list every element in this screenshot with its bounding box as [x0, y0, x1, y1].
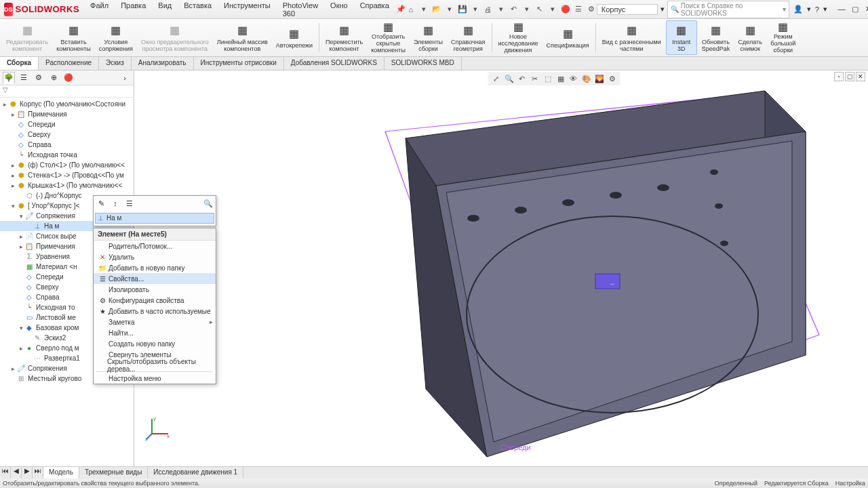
expand-icon[interactable]: ▸: [18, 345, 24, 352]
menu-Файл[interactable]: Файл: [87, 0, 111, 19]
menu-item-Найти...[interactable]: Найти...: [94, 327, 216, 338]
tree-item[interactable]: ┕Исходная точка: [0, 150, 134, 160]
menu-item-Добавить в часто используемые[interactable]: ★Добавить в часто используемые: [94, 306, 216, 317]
menu-Инструменты[interactable]: Инструменты: [221, 0, 273, 19]
menu-item-Конфигурация свойства[interactable]: ⚙Конфигурация свойства: [94, 295, 216, 306]
feature-tree-tab-icon[interactable]: 🌳: [3, 72, 15, 84]
ribbon-Переместить[interactable]: ▦Переместитькомпонент: [322, 20, 366, 55]
menu-item-Скрыть/отобразить объекты дерева...[interactable]: Скрыть/отобразить объекты дерева...: [94, 360, 216, 371]
hide-show-icon[interactable]: 👁: [568, 73, 579, 84]
tab-Эскиз[interactable]: Эскиз: [99, 57, 132, 70]
expand-icon[interactable]: ▾: [18, 213, 24, 220]
expand-icon[interactable]: ▾: [18, 325, 24, 331]
panel-expand-icon[interactable]: ›: [119, 72, 131, 84]
tab-Сборка[interactable]: Сборка: [0, 57, 39, 70]
tree-item[interactable]: ◇Сверху: [0, 129, 134, 140]
menu-Окно[interactable]: Окно: [328, 0, 351, 19]
menu-Вставка[interactable]: Вставка: [181, 0, 214, 19]
home-icon[interactable]: ⌂: [406, 4, 416, 15]
ribbon-Автокрепежи[interactable]: ▦Автокрепежи: [273, 20, 316, 55]
mt-selected-row[interactable]: ⊥ На м: [95, 213, 214, 224]
orientation-triad[interactable]: y x z: [145, 413, 172, 441]
expand-icon[interactable]: ▸: [9, 162, 16, 169]
menu-item-Создать новую папку[interactable]: Создать новую папку: [94, 338, 216, 349]
bottom-tab-Трехмерные виды[interactable]: Трехмерные виды: [79, 467, 148, 479]
expand-icon[interactable]: ▸: [9, 182, 16, 189]
ribbon-Режим[interactable]: ▦Режимбольшойсборки: [767, 20, 799, 55]
save-icon[interactable]: 💾: [457, 4, 468, 15]
scene-icon[interactable]: 🌄: [594, 73, 605, 84]
tree-item[interactable]: ▸⬢Стенка<1> -> (Провод<<По ум: [0, 170, 134, 180]
appearance-icon[interactable]: 🎨: [581, 73, 592, 84]
ribbon-Instant[interactable]: ▦Instant3D: [666, 20, 697, 55]
mt-zoom-icon[interactable]: 🔍: [202, 197, 214, 209]
undo-icon[interactable]: ↶: [509, 4, 519, 15]
expand-icon[interactable]: ▸: [18, 233, 24, 240]
mt-props-icon[interactable]: ☰: [123, 197, 136, 209]
print-icon[interactable]: 🖨: [483, 4, 494, 15]
tab-Расположение[interactable]: Расположение: [39, 57, 99, 70]
pager-last-icon[interactable]: ⏭: [33, 467, 43, 479]
graphics-viewport[interactable]: ▫ ▢ ✕ ⤢ 🔍 ↶ ✂ ⬚ ▦ 👁 🎨 🌄 ⚙: [134, 70, 868, 468]
display-manager-tab-icon[interactable]: 🔴: [62, 72, 75, 84]
ribbon-Условия[interactable]: ▦Условиясопряжения: [96, 20, 136, 55]
ribbon-Вставить[interactable]: ▦Вставитькомпоненты: [53, 20, 94, 55]
pager-first-icon[interactable]: ⏮: [0, 467, 11, 479]
expand-icon[interactable]: ▸: [9, 365, 16, 372]
menu-item-Изолировать[interactable]: Изолировать: [94, 284, 216, 295]
bottom-tab-Исследование движения 1[interactable]: Исследование движения 1: [148, 467, 243, 479]
tree-item[interactable]: ◇Спереди: [0, 119, 134, 129]
tab-Добавления SOLIDWORKS[interactable]: Добавления SOLIDWORKS: [284, 57, 384, 70]
expand-icon[interactable]: ▸: [18, 243, 24, 250]
select-cursor-icon[interactable]: ↖: [534, 4, 545, 15]
settings-gear-icon[interactable]: ⚙: [586, 4, 597, 15]
zoom-area-icon[interactable]: 🔍: [504, 73, 515, 84]
bottom-tab-Модель[interactable]: Модель: [43, 467, 79, 479]
dimxpert-tab-icon[interactable]: ⊕: [47, 72, 60, 84]
menu-PhotoView 360[interactable]: PhotoView 360: [280, 0, 321, 19]
menu-Справка[interactable]: Справка: [357, 0, 392, 19]
ribbon-Сделать[interactable]: ▦Сделатьснимок: [734, 20, 766, 55]
ribbon-Элементы[interactable]: ▦Элементысборки: [410, 20, 446, 55]
mt-suppress-icon[interactable]: ↕: [109, 197, 121, 209]
menu-item-Добавить в новую папку[interactable]: 📁Добавить в новую папку: [94, 262, 216, 273]
menu-item-Настройка меню[interactable]: Настройка меню: [94, 373, 216, 384]
user-icon[interactable]: 👤: [793, 5, 803, 14]
zoom-fit-icon[interactable]: ⤢: [491, 73, 502, 84]
menu-item-Удалить[interactable]: ✕Удалить: [94, 251, 216, 262]
menu-Вид[interactable]: Вид: [155, 0, 174, 19]
menu-item-Родитель/Потомок...[interactable]: Родитель/Потомок...: [94, 241, 216, 251]
view-orient-icon[interactable]: ⬚: [542, 73, 553, 84]
expand-icon[interactable]: ▸: [9, 172, 16, 179]
rebuild-icon[interactable]: 🔴: [560, 4, 571, 15]
ribbon-Линейный массив[interactable]: ▦Линейный массивкомпонентов: [214, 20, 271, 55]
section-view-icon[interactable]: ✂: [530, 73, 540, 84]
pager-prev-icon[interactable]: ◀: [11, 467, 22, 479]
ribbon-Отобразить[interactable]: ▦Отобразитьскрытыекомпоненты: [368, 20, 409, 55]
config-manager-tab-icon[interactable]: ⚙: [33, 72, 45, 84]
close-button[interactable]: ✕: [863, 5, 868, 14]
ribbon-Вид с разнесенными[interactable]: ▦Вид с разнесеннымичастями: [599, 20, 665, 55]
expand-icon[interactable]: ▾: [9, 203, 16, 209]
menu-item-Заметка[interactable]: Заметка▸: [94, 317, 216, 327]
tree-item[interactable]: ▸⬢Крышка<1> (По умолчанию<<: [0, 180, 134, 190]
ribbon-Справочная[interactable]: ▦Справочнаягеометрия: [448, 20, 488, 55]
view-settings-icon[interactable]: ⚙: [607, 73, 618, 84]
tree-filter[interactable]: ▽: [0, 85, 134, 98]
ribbon-Спецификация[interactable]: ▦Спецификация: [543, 20, 593, 55]
menu-Правка[interactable]: Правка: [118, 0, 149, 19]
prev-view-icon[interactable]: ↶: [517, 73, 528, 84]
tree-item[interactable]: ▸⬢(ф) Стол<1> (По умолчанию<<: [0, 160, 134, 170]
tree-item[interactable]: ▸📋Примечания: [0, 109, 134, 119]
maximize-button[interactable]: ▢: [849, 5, 861, 14]
ribbon-Обновить[interactable]: ▦ОбновитьSpeedPak: [698, 20, 734, 55]
display-style-icon[interactable]: ▦: [555, 73, 566, 84]
open-icon[interactable]: 📂: [431, 4, 442, 15]
options-icon[interactable]: ☰: [573, 4, 584, 15]
pin-icon[interactable]: 📌: [396, 5, 406, 14]
tab-Инструменты отрисовки[interactable]: Инструменты отрисовки: [194, 57, 284, 70]
menu-item-Свойства...[interactable]: ☰Свойства...: [94, 273, 216, 284]
minimize-button[interactable]: —: [835, 5, 848, 14]
help-search-input[interactable]: 🔍 Поиск в Справке по SOLIDWORKS ▾: [667, 1, 789, 18]
tree-item[interactable]: ◇Справа: [0, 140, 134, 150]
